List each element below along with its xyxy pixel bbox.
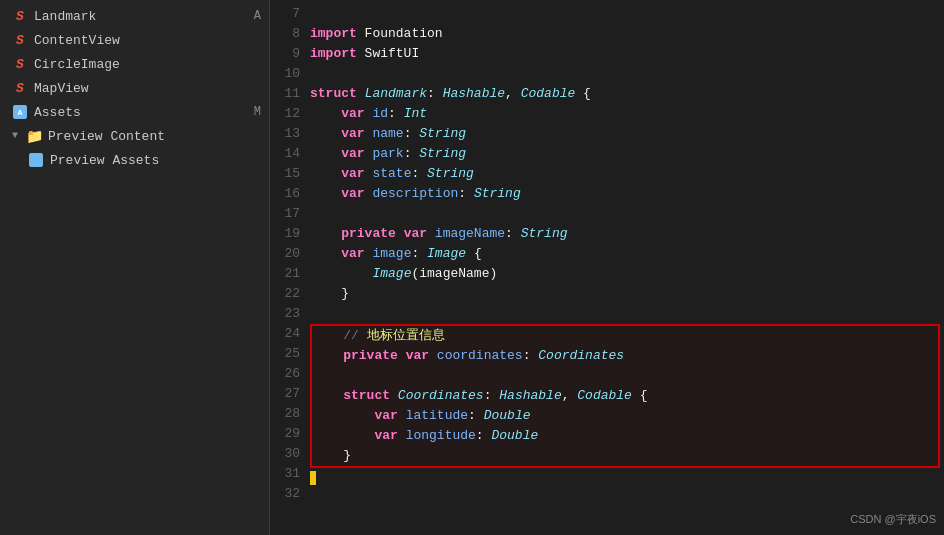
line-number: 23 <box>270 304 300 324</box>
table-row: struct Landmark: Hashable, Codable { <box>310 84 944 104</box>
code-token: // <box>312 326 367 346</box>
code-token <box>427 224 435 244</box>
code-token <box>365 124 373 144</box>
code-token <box>310 184 341 204</box>
line-number: 15 <box>270 164 300 184</box>
chevron-down-icon: ▼ <box>12 130 24 142</box>
line-number: 9 <box>270 44 300 64</box>
code-token: { <box>466 244 482 264</box>
sidebar-item-landmark[interactable]: S Landmark A <box>0 4 269 28</box>
code-token: SwiftUI <box>357 44 419 64</box>
code-token: } <box>310 284 349 304</box>
code-token: struct <box>310 84 357 104</box>
swift-icon-circleimage: S <box>12 56 28 72</box>
table-row <box>310 4 944 24</box>
code-token <box>398 426 406 446</box>
swift-icon: S <box>12 8 28 24</box>
code-token: Image <box>372 264 411 284</box>
line-number: 31 <box>270 464 300 484</box>
line-number: 29 <box>270 424 300 444</box>
code-token: var <box>341 244 364 264</box>
code-token: String <box>419 124 466 144</box>
code-token: var <box>341 104 364 124</box>
swift-icon-mapview: S <box>12 80 28 96</box>
code-token: : <box>523 346 539 366</box>
code-token: Hashable <box>499 386 561 406</box>
table-row: import Foundation <box>310 24 944 44</box>
sidebar-item-contentview[interactable]: S ContentView <box>0 28 269 52</box>
table-row <box>310 204 944 224</box>
code-token <box>365 184 373 204</box>
code-token: : <box>388 104 404 124</box>
line-number: 26 <box>270 364 300 384</box>
line-number: 20 <box>270 244 300 264</box>
table-row: var id: Int <box>310 104 944 124</box>
code-token: var <box>374 426 397 446</box>
sidebar-item-assets[interactable]: A Assets M <box>0 100 269 124</box>
code-token: Int <box>404 104 427 124</box>
code-token: import <box>310 24 357 44</box>
line-number: 7 <box>270 4 300 24</box>
table-row: var image: Image { <box>310 244 944 264</box>
main-content: 7891011121314151617192021222324252627282… <box>270 0 944 535</box>
table-row <box>310 468 944 488</box>
highlighted-block: // 地标位置信息 private var coordinates: Coord… <box>310 324 940 468</box>
sidebar-item-circleimage[interactable]: S CircleImage <box>0 52 269 76</box>
code-token: var <box>341 164 364 184</box>
line-number: 13 <box>270 124 300 144</box>
table-row: var longitude: Double <box>312 426 938 446</box>
code-token <box>312 386 343 406</box>
code-token: var <box>341 144 364 164</box>
sidebar-item-label: Landmark <box>34 9 96 24</box>
sidebar-item-preview-content[interactable]: ▼ 📁 Preview Content <box>0 124 269 148</box>
code-token <box>310 224 341 244</box>
table-row <box>310 488 944 508</box>
line-number: 16 <box>270 184 300 204</box>
code-token: private <box>343 346 398 366</box>
code-token: } <box>312 446 351 466</box>
line-number: 25 <box>270 344 300 364</box>
table-row: } <box>310 284 944 304</box>
code-token: var <box>404 224 427 244</box>
code-token: imageName <box>435 224 505 244</box>
code-token: state <box>372 164 411 184</box>
code-token: var <box>341 124 364 144</box>
code-token <box>312 426 374 446</box>
sidebar-item-preview-assets[interactable]: Preview Assets <box>0 148 269 172</box>
code-token: Coordinates <box>538 346 624 366</box>
sidebar-item-label-circleimage: CircleImage <box>34 57 120 72</box>
code-token: : <box>458 184 474 204</box>
code-token: String <box>419 144 466 164</box>
swift-icon-contentview: S <box>12 32 28 48</box>
code-token <box>365 104 373 124</box>
watermark: CSDN @宇夜iOS <box>850 512 936 527</box>
code-token: : <box>411 164 427 184</box>
table-row: var description: String <box>310 184 944 204</box>
line-number: 19 <box>270 224 300 244</box>
code-token <box>310 144 341 164</box>
code-token: latitude <box>406 406 468 426</box>
code-token: Double <box>484 406 531 426</box>
code-token: struct <box>343 386 390 406</box>
table-row: } <box>312 446 938 466</box>
line-number: 10 <box>270 64 300 84</box>
sidebar-item-mapview[interactable]: S MapView <box>0 76 269 100</box>
assets-icon: A <box>12 104 28 120</box>
code-token <box>310 244 341 264</box>
code-token: { <box>575 84 591 104</box>
line-number: 17 <box>270 204 300 224</box>
sidebar-item-label-mapview: MapView <box>34 81 89 96</box>
table-row <box>312 366 938 386</box>
line-number: 14 <box>270 144 300 164</box>
code-token <box>312 406 374 426</box>
folder-icon-preview: 📁 <box>26 128 42 144</box>
line-number: 8 <box>270 24 300 44</box>
code-token: Codable <box>577 386 632 406</box>
table-row: var name: String <box>310 124 944 144</box>
code-token: : <box>484 386 500 406</box>
sidebar-item-label-assets: Assets <box>34 105 81 120</box>
code-token <box>310 124 341 144</box>
code-token <box>310 264 372 284</box>
code-content[interactable]: import Foundationimport SwiftUIstruct La… <box>310 2 944 535</box>
line-number: 22 <box>270 284 300 304</box>
